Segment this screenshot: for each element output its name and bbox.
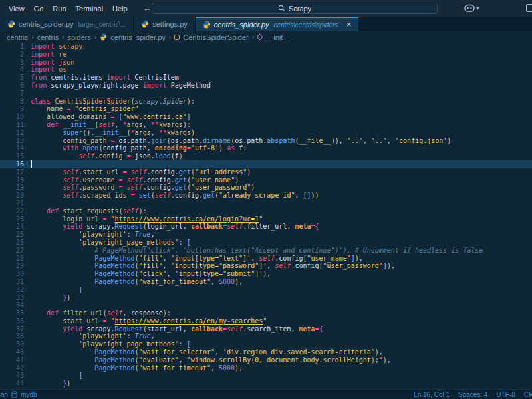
- tab-centris-spider-target[interactable]: centris_spider.py target_centris\...: [0, 17, 134, 31]
- breadcrumb-separator: ›: [62, 33, 64, 41]
- menu-view[interactable]: View: [4, 3, 29, 15]
- breadcrumb: centris › centris › spiders › centris_sp…: [0, 31, 532, 43]
- code-line: 16: [0, 160, 532, 168]
- status-cursor-position[interactable]: Ln 16, Col 1: [414, 391, 450, 398]
- code-line: 21: [0, 200, 532, 207]
- code-line: 8class CentrisSpiderSpider(scrapy.Spider…: [0, 98, 532, 106]
- database-icon: [11, 391, 17, 398]
- python-file-icon: [100, 33, 107, 41]
- tab-settings[interactable]: settings.py: [134, 17, 196, 31]
- breadcrumb-folder[interactable]: spiders: [68, 33, 91, 41]
- code-line: 33 }): [0, 294, 532, 302]
- line-number: 16: [0, 160, 24, 168]
- copilot-icon: [464, 3, 475, 13]
- code-line: 12 super().__init__(*args, **kwargs): [0, 129, 532, 137]
- breadcrumb-folder[interactable]: centris: [37, 33, 59, 41]
- line-number: 19: [0, 184, 24, 192]
- code-line: 13 config_path = os.path.join(os.path.di…: [0, 137, 532, 145]
- code-line: 3import json: [0, 59, 532, 66]
- python-file-icon: [7, 20, 15, 28]
- code-line: 29 PageMethod("fill", 'input[type="passw…: [0, 262, 532, 270]
- back-arrow-icon[interactable]: ←: [143, 0, 152, 17]
- line-number: 2: [0, 51, 24, 59]
- code-line: 31 PageMethod("wait_for_timeout", 5000),: [0, 278, 532, 286]
- code-line: 25 'playwright': True,: [0, 231, 532, 239]
- line-number: 25: [0, 231, 24, 239]
- breadcrumb-separator: ›: [31, 33, 33, 41]
- line-number: 30: [0, 270, 24, 278]
- command-center-search[interactable]: Scrapy: [152, 3, 438, 14]
- breadcrumb-class[interactable]: CentrisSpiderSpider: [183, 33, 248, 41]
- tab-description: target_centris\...: [78, 21, 126, 28]
- line-number: 36: [0, 317, 24, 325]
- status-encoding[interactable]: UTF-8: [497, 391, 515, 398]
- code-line: 6from scrapy_playwright.page import Page…: [0, 82, 532, 90]
- status-db-name[interactable]: mydb: [21, 391, 37, 398]
- search-icon: [278, 5, 285, 12]
- text-cursor: [31, 160, 32, 168]
- line-number: 32: [0, 286, 24, 294]
- status-indentation[interactable]: Spaces: 4: [458, 391, 487, 398]
- code-line: 42 PageMethod("wait_for_timeout", 5000),: [0, 364, 532, 372]
- code-line: 14 with open(config_path, encoding='utf-…: [0, 144, 532, 152]
- code-line: 1import scrapy: [0, 43, 532, 51]
- tab-centris-spider-active[interactable]: centris_spider.py centris\centris\spider…: [196, 17, 359, 31]
- breadcrumb-method[interactable]: __init__: [265, 33, 291, 41]
- menu-terminal[interactable]: Terminal: [71, 3, 108, 15]
- line-number: 5: [0, 74, 24, 82]
- line-number: 12: [0, 129, 24, 137]
- menu-run[interactable]: Run: [48, 3, 70, 15]
- code-line: 18 self.username = self.config.get("user…: [0, 176, 532, 184]
- breadcrumb-separator: ›: [169, 33, 171, 41]
- code-line: 24 yield scrapy.Request(login_url, callb…: [0, 223, 532, 231]
- code-line: 20 self.scraped_ids = set(self.config.ge…: [0, 192, 532, 200]
- tab-label: centris_spider.py: [214, 21, 269, 29]
- line-number: 41: [0, 356, 24, 364]
- breadcrumb-folder[interactable]: centris: [7, 33, 28, 41]
- code-line: 10 allowed_domains = ["www.centris.ca"]: [0, 113, 532, 121]
- line-number: 10: [0, 113, 24, 121]
- code-line: 26 'playwright_page_methods': [: [0, 239, 532, 247]
- status-eol[interactable]: CRLF: [524, 391, 532, 398]
- line-number: 17: [0, 168, 24, 176]
- line-number: 29: [0, 262, 24, 270]
- line-number: 20: [0, 192, 24, 200]
- code-line: 37 yield scrapy.Request(start_url, callb…: [0, 325, 532, 333]
- breadcrumb-file[interactable]: centris_spider.py: [110, 33, 166, 41]
- code-area[interactable]: 1import scrapy2import re3import json4imp…: [0, 43, 532, 389]
- line-number: 43: [0, 372, 24, 380]
- close-icon[interactable]: ×: [346, 20, 351, 29]
- copilot-menu[interactable]: ▾: [464, 3, 479, 13]
- search-query: Scrapy: [289, 5, 311, 13]
- line-number: 40: [0, 348, 24, 356]
- layout-panel-icon[interactable]: [526, 4, 532, 12]
- line-number: 21: [0, 200, 24, 207]
- status-bar: san mydb Ln 16, Col 1 Spaces: 4 UTF-8 CR…: [0, 389, 532, 399]
- menu-help[interactable]: Help: [108, 3, 132, 15]
- breadcrumb-separator: ›: [94, 33, 96, 41]
- line-number: 13: [0, 137, 24, 145]
- code-line: 43 ]: [0, 372, 532, 380]
- line-number: 14: [0, 144, 24, 152]
- line-number: 42: [0, 364, 24, 372]
- code-line: 15 self.config = json.load(f): [0, 152, 532, 160]
- code-line: 36 start_url = "https://www.centris.ca/e…: [0, 317, 532, 325]
- code-line: 5from centris.items import CentrisItem: [0, 74, 532, 82]
- line-number: 34: [0, 301, 24, 309]
- line-number: 39: [0, 340, 24, 348]
- status-remote[interactable]: san: [0, 391, 8, 398]
- code-line: 27 # PageMethod("click", 'button:has-tex…: [0, 247, 532, 255]
- python-file-icon: [203, 21, 211, 29]
- code-line: 4import os: [0, 66, 532, 74]
- line-number: 33: [0, 294, 24, 302]
- code-line: 39 'playwright_page_methods': [: [0, 340, 532, 348]
- line-number: 27: [0, 247, 24, 255]
- line-number: 24: [0, 223, 24, 231]
- menu-go[interactable]: Go: [29, 3, 49, 15]
- tab-label: centris_spider.py: [19, 20, 74, 28]
- line-number: 11: [0, 121, 24, 129]
- tab-label: settings.py: [152, 20, 188, 28]
- menu-bar: View Go Run Terminal Help: [0, 3, 132, 15]
- line-number: 23: [0, 215, 24, 223]
- code-line: 9 name = "centris_spider": [0, 105, 532, 113]
